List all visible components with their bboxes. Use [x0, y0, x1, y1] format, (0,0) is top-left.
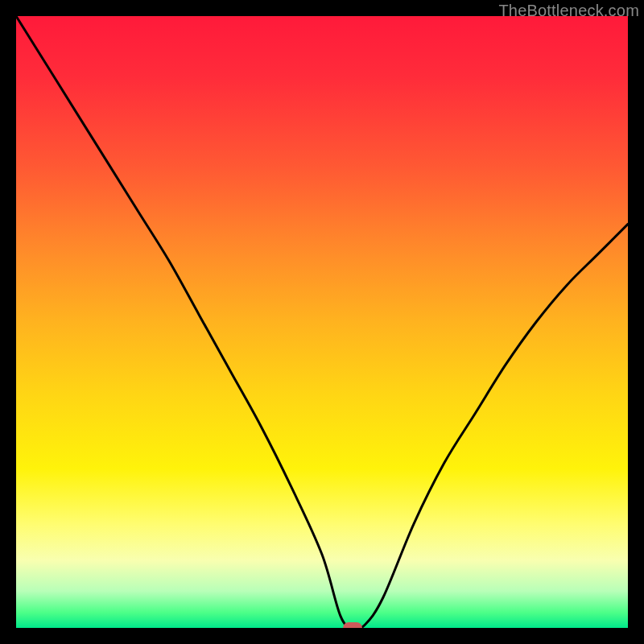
bottleneck-curve — [16, 16, 628, 628]
curve-path — [16, 16, 628, 628]
chart-frame: TheBottleneck.com — [0, 0, 644, 644]
optimum-marker — [343, 622, 362, 628]
plot-area — [16, 16, 628, 628]
attribution-label: TheBottleneck.com — [498, 2, 639, 20]
